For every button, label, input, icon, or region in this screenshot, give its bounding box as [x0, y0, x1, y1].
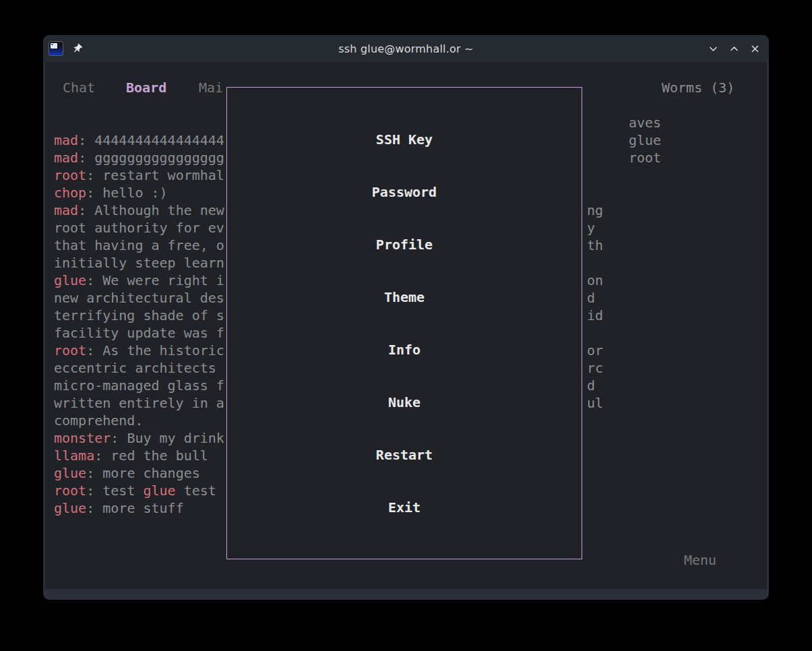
tab-board[interactable]: Board — [126, 79, 166, 96]
menu-item-password[interactable]: Password — [372, 183, 437, 201]
chat-line-fragment: ng — [587, 202, 603, 219]
chat-colon: : — [94, 447, 111, 464]
menu-item-profile[interactable]: Profile — [376, 236, 433, 253]
chat-colon: : — [86, 272, 102, 288]
chat-message-text: more changes — [102, 465, 200, 481]
window-controls — [708, 35, 761, 62]
chat-message-text: facility update was f — [54, 325, 224, 341]
window-title: ssh glue@wormhall.or ~ — [43, 42, 769, 55]
chat-line: mad: 4444444444444444 — [54, 131, 224, 149]
chat-colon: : — [86, 500, 102, 516]
chat-message-text: We were right i — [102, 272, 224, 288]
chat-message-text: restart wormhal — [102, 167, 224, 183]
chat-username: root — [54, 342, 86, 359]
chat-username: glue — [54, 500, 86, 516]
chat-line: mad: gggggggggggggggg — [54, 149, 224, 166]
chat-line: written entirely in a — [54, 394, 224, 412]
chat-line-fragment: on — [587, 272, 603, 289]
chat-username: mad — [54, 202, 78, 218]
titlebar-icons — [43, 41, 83, 56]
chat-log: mad: 4444444444444444mad: gggggggggggggg… — [54, 131, 224, 517]
chat-colon: : — [86, 342, 102, 359]
chat-username: glue — [54, 272, 86, 288]
menu-modal: SSH KeyPasswordProfileThemeInfoNukeResta… — [226, 87, 582, 559]
chat-line-fragment: th — [587, 237, 603, 254]
chat-message-text: Buy my drink — [127, 430, 224, 446]
chat-line-fragment: ul — [587, 394, 603, 412]
menu-item-theme[interactable]: Theme — [384, 288, 425, 306]
menu-item-exit[interactable]: Exit — [388, 499, 420, 516]
chat-colon: : — [86, 465, 102, 481]
menu-item-nuke[interactable]: Nuke — [388, 394, 420, 411]
chevron-up-icon — [729, 44, 739, 54]
chat-line-fragment: id — [587, 307, 603, 324]
chat-line: facility update was f — [54, 324, 224, 342]
tab-chat[interactable]: Chat — [63, 79, 95, 96]
worm-member-aves: aves — [629, 114, 661, 131]
chat-line-fragment: rc — [587, 359, 603, 377]
chat-message-text: terrifying shade of s — [54, 307, 224, 323]
chat-line-fragment: d — [587, 377, 595, 394]
chat-message-text: that having a free, o — [54, 237, 224, 253]
worms-header: Worms (3) — [662, 79, 735, 96]
chat-line-fragment: y — [587, 219, 595, 237]
chat-message-text: eccentric architects — [54, 360, 216, 376]
chat-username: llama — [54, 447, 94, 464]
minimize-button[interactable] — [708, 43, 719, 55]
chat-message-text: new architectural des — [54, 290, 224, 306]
close-icon — [750, 44, 760, 54]
chat-line: llama: red the bull — [54, 447, 224, 464]
chat-message-text: hello :) — [102, 185, 167, 201]
chat-line: root: restart wormhal — [54, 166, 224, 184]
worm-member-root: root — [629, 149, 661, 166]
chat-message-text: Although the new — [94, 202, 224, 218]
chat-message-text: root authority for ev — [54, 220, 224, 236]
terminal-window: ssh glue@wormhall.or ~ ChatBoardMai W — [43, 35, 769, 600]
chat-line: root authority for ev — [54, 219, 224, 237]
chat-colon: : — [78, 132, 94, 148]
chat-line: terrifying shade of s — [54, 307, 224, 324]
terminal-app-icon-glyph — [51, 43, 57, 49]
chat-message-text: red the bull — [111, 447, 208, 464]
chat-username: root — [54, 483, 86, 499]
chat-line: glue: We were right i — [54, 272, 224, 289]
tab-mai[interactable]: Mai — [199, 79, 223, 96]
chat-username: mad — [54, 150, 78, 166]
chat-message-text: comprehend. — [54, 412, 143, 429]
chevron-down-icon — [708, 44, 718, 54]
menu-item-ssh-key[interactable]: SSH Key — [376, 131, 433, 148]
chat-line: root: As the historic — [54, 342, 224, 359]
menu-item-restart[interactable]: Restart — [376, 446, 433, 464]
chat-username: glue — [54, 465, 86, 481]
chat-line: comprehend. — [54, 412, 224, 429]
worm-member-glue: glue — [629, 131, 661, 149]
menu-item-info[interactable]: Info — [388, 341, 420, 359]
chat-username: monster — [54, 430, 111, 446]
chat-line: glue: more changes — [54, 464, 224, 482]
chat-line: root: test glue test — [54, 482, 224, 499]
chat-line: mad: Although the new — [54, 202, 224, 219]
close-button[interactable] — [749, 43, 761, 55]
chat-colon: : — [78, 202, 94, 218]
chat-message-text: initially steep learn — [54, 255, 224, 271]
menu-hint-label[interactable]: Menu — [684, 551, 716, 569]
worms-list: avesglueroot — [629, 114, 661, 166]
chat-message-text: micro-managed glass f — [54, 377, 224, 394]
chat-message-text: test — [176, 483, 216, 499]
chat-colon: : — [78, 150, 94, 166]
chat-colon: : — [86, 185, 102, 201]
chat-line-fragment: or — [587, 342, 603, 359]
maximize-button[interactable] — [728, 43, 740, 55]
chat-colon: : — [86, 167, 102, 183]
titlebar: ssh glue@wormhall.or ~ — [43, 35, 769, 62]
pushpin-icon — [71, 43, 83, 55]
chat-mention: glue — [143, 483, 175, 499]
chat-line: glue: more stuff — [54, 499, 224, 517]
terminal-content: ChatBoardMai Worms (3) avesglueroot mad:… — [45, 62, 767, 589]
chat-colon: : — [86, 483, 102, 499]
chat-line-fragment: d — [587, 289, 595, 307]
chat-line: eccentric architects — [54, 359, 224, 377]
chat-message-text: written entirely in a — [54, 395, 224, 411]
chat-message-text: more stuff — [102, 500, 183, 516]
chat-line: micro-managed glass f — [54, 377, 224, 394]
